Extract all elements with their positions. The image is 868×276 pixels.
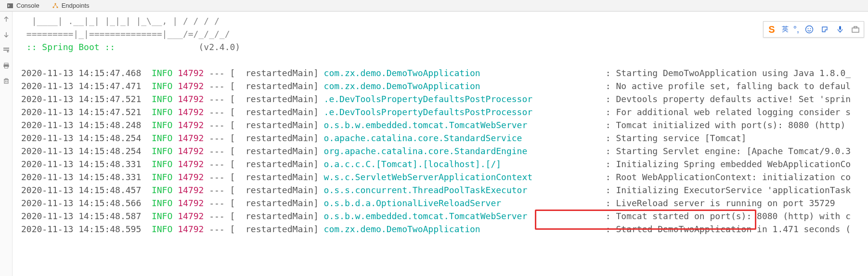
log-pid: 14792 — [178, 172, 204, 182]
log-level: INFO — [152, 159, 178, 169]
log-message: Initializing Spring embedded WebApplicat… — [616, 159, 851, 169]
console-line — [21, 53, 868, 66]
svg-point-3 — [56, 6, 58, 8]
svg-point-2 — [52, 6, 54, 8]
log-line: 2020-11-13 14:15:47.468 INFO 14792 --- [… — [21, 66, 851, 79]
ascii-art: =========|_|==============|___/=/_/_/_/ — [21, 29, 230, 39]
log-timestamp: 2020-11-13 14:15:47.468 — [21, 68, 152, 78]
log-line: 2020-11-13 14:15:48.566 INFO 14792 --- [… — [21, 197, 835, 210]
log-message: Starting Servlet engine: [Apache Tomcat/… — [616, 146, 851, 156]
log-logger: o.s.b.d.a.OptionalLiveReloadServer — [324, 198, 501, 208]
console-gutter — [0, 12, 13, 276]
log-timestamp: 2020-11-13 14:15:48.587 — [21, 211, 152, 221]
svg-point-12 — [810, 28, 811, 29]
log-message: No active profile set, falling back to d… — [616, 81, 851, 91]
log-thread: restartedMain — [246, 94, 313, 104]
console-icon — [7, 2, 13, 9]
log-pid: 14792 — [178, 146, 204, 156]
log-level: INFO — [152, 198, 178, 208]
log-line: 2020-11-13 14:15:48.248 INFO 14792 --- [… — [21, 118, 845, 131]
print-icon[interactable] — [1, 61, 11, 70]
console-line: =========|_|==============|___/=/_/_/_/ — [21, 27, 868, 40]
svg-rect-0 — [7, 3, 13, 8]
ime-language-indicator[interactable]: 英 — [782, 25, 789, 34]
log-pid: 14792 — [178, 81, 204, 91]
log-logger: .e.DevToolsPropertyDefaultsPostProcessor — [324, 94, 532, 104]
log-timestamp: 2020-11-13 14:15:48.254 — [21, 146, 152, 156]
trash-icon[interactable] — [1, 76, 11, 86]
sogou-logo-icon[interactable]: S — [766, 24, 777, 35]
log-pid: 14792 — [178, 94, 204, 104]
log-pid: 14792 — [178, 185, 204, 195]
ascii-art: |____| .__|_| |_|_| |_\__, | / / / / — [21, 16, 220, 26]
scroll-down-icon[interactable] — [1, 30, 11, 39]
log-timestamp: 2020-11-13 14:15:48.457 — [21, 185, 152, 195]
log-timestamp: 2020-11-13 14:15:47.521 — [21, 107, 152, 117]
log-thread: restartedMain — [246, 185, 313, 195]
log-line: 2020-11-13 14:15:48.331 INFO 14792 --- [… — [21, 171, 851, 184]
log-line: 2020-11-13 14:15:47.521 INFO 14792 --- [… — [21, 92, 851, 105]
soft-wrap-icon[interactable] — [1, 45, 11, 55]
emoji-icon[interactable] — [804, 24, 815, 35]
log-timestamp: 2020-11-13 14:15:48.331 — [21, 159, 152, 169]
log-pid: 14792 — [178, 68, 204, 78]
log-logger: com.zx.demo.DemoTwoApplication — [324, 81, 480, 91]
log-level: INFO — [152, 211, 178, 221]
log-message: Started DemoTwoApplication in 1.471 seco… — [616, 224, 851, 234]
log-message: For additional web related logging consi… — [616, 107, 851, 117]
spring-boot-banner: :: Spring Boot :: (v2.4.0) — [21, 40, 868, 53]
log-pid: 14792 — [178, 120, 204, 130]
log-logger: o.s.b.w.embedded.tomcat.TomcatWebServer — [324, 211, 528, 221]
log-timestamp: 2020-11-13 14:15:48.331 — [21, 172, 152, 182]
log-pid: 14792 — [178, 211, 204, 221]
log-thread: restartedMain — [246, 224, 313, 234]
log-level: INFO — [152, 107, 178, 117]
log-thread: restartedMain — [246, 107, 313, 117]
log-logger: o.a.c.c.C.[Tomcat].[localhost].[/] — [324, 159, 501, 169]
toolbox-icon[interactable] — [850, 24, 861, 35]
log-thread: restartedMain — [246, 146, 313, 156]
log-level: INFO — [152, 81, 178, 91]
log-timestamp: 2020-11-13 14:15:48.595 — [21, 224, 152, 234]
log-message: Initializing ExecutorService 'applicatio… — [616, 185, 851, 195]
svg-rect-9 — [4, 79, 8, 83]
log-pid: 14792 — [178, 198, 204, 208]
svg-rect-14 — [852, 28, 859, 32]
log-level: INFO — [152, 94, 178, 104]
log-pid: 14792 — [178, 107, 204, 117]
tab-console-label: Console — [16, 2, 39, 9]
mic-icon[interactable] — [835, 24, 845, 35]
svg-rect-5 — [3, 50, 9, 51]
log-logger: com.zx.demo.DemoTwoApplication — [324, 224, 480, 234]
log-logger: o.s.b.w.embedded.tomcat.TomcatWebServer — [324, 120, 528, 130]
svg-point-10 — [806, 26, 813, 33]
svg-point-1 — [54, 3, 56, 4]
log-timestamp: 2020-11-13 14:15:48.254 — [21, 133, 152, 143]
log-level: INFO — [152, 185, 178, 195]
ime-punct-icon[interactable]: °, — [793, 25, 799, 35]
log-message: Devtools property defaults active! Set '… — [616, 94, 851, 104]
log-timestamp: 2020-11-13 14:15:48.566 — [21, 198, 152, 208]
tab-console[interactable]: Console — [4, 0, 42, 11]
log-thread: restartedMain — [246, 133, 313, 143]
log-line: 2020-11-13 14:15:48.587 INFO 14792 --- [… — [21, 210, 851, 223]
log-message: Tomcat started on port(s): 8080 (http) w… — [616, 211, 851, 221]
log-level: INFO — [152, 172, 178, 182]
log-timestamp: 2020-11-13 14:15:48.248 — [21, 120, 152, 130]
log-pid: 14792 — [178, 224, 204, 234]
skin-icon[interactable] — [819, 24, 830, 35]
log-logger: com.zx.demo.DemoTwoApplication — [324, 68, 480, 78]
scroll-up-icon[interactable] — [1, 14, 11, 24]
log-line: 2020-11-13 14:15:48.331 INFO 14792 --- [… — [21, 158, 851, 171]
log-message: Starting service [Tomcat] — [616, 133, 746, 143]
svg-rect-4 — [3, 48, 9, 49]
log-thread: restartedMain — [246, 198, 313, 208]
log-level: INFO — [152, 68, 178, 78]
svg-point-11 — [808, 28, 809, 29]
log-line: 2020-11-13 14:15:47.521 INFO 14792 --- [… — [21, 105, 851, 118]
svg-rect-13 — [839, 26, 841, 30]
tab-endpoints[interactable]: Endpoints — [49, 0, 92, 11]
tab-endpoints-label: Endpoints — [62, 2, 90, 9]
console-output[interactable]: |____| .__|_| |_|_| |_\__, | / / / / ===… — [13, 12, 868, 276]
log-level: INFO — [152, 120, 178, 130]
